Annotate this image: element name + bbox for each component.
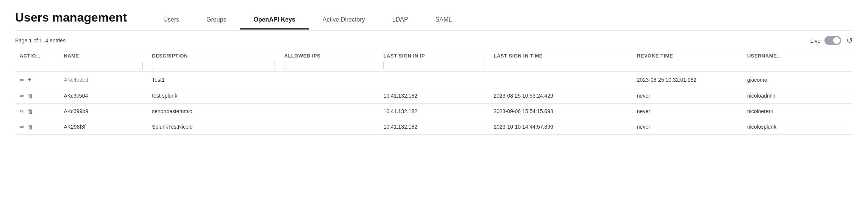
cell-name-0: AKc4bded: [59, 72, 147, 88]
page-info-text2: of: [32, 37, 39, 44]
cell-username-1: nicoloadmin: [743, 88, 853, 104]
live-section: Live ↺: [810, 36, 853, 45]
col-header-allowed-ips: ALLOWED IPS: [279, 49, 379, 72]
page-info-text: Page: [15, 37, 29, 44]
cell-last-sign-in-time-2: 2023-09-06 15:54:15.698: [489, 104, 632, 119]
cell-last-sign-in-time-3: 2023-10-10 14:44:57.896: [489, 119, 632, 135]
cell-desc-0: Test1: [147, 72, 279, 88]
col-header-desc: DESCRIPTION: [147, 49, 279, 72]
tab-ldap[interactable]: LDAP: [379, 12, 422, 30]
cell-username-3: nicolosplunk: [743, 119, 853, 135]
cell-revoke-time-0: 2023-08-25 10:32:01.082: [632, 72, 743, 88]
api-keys-table: ACTIO... NAME DESCRIPTION ALLOWED IPS LA…: [15, 49, 853, 135]
col-label-allowed-ips: ALLOWED IPS: [284, 53, 320, 59]
trash-icon-1[interactable]: 🗑: [28, 93, 33, 99]
row-name-3: AK298f3f: [64, 124, 86, 130]
edit-icon-1[interactable]: ✏: [20, 93, 25, 99]
refresh-icon[interactable]: ↺: [846, 36, 853, 45]
page-title: Users management: [15, 11, 127, 30]
col-label-username: USERNAME...: [747, 53, 782, 59]
cell-name-1: AKc9c504: [59, 88, 147, 104]
cell-last-sign-in-time-0: [489, 72, 632, 88]
cell-action-0: ✏+: [15, 72, 59, 88]
col-header-action: ACTIO...: [15, 49, 59, 72]
col-label-last-sign-in-time: LAST SIGN IN TIME: [493, 53, 542, 59]
table-header-row: ACTIO... NAME DESCRIPTION ALLOWED IPS LA…: [15, 49, 853, 72]
action-icons-0: ✏+: [20, 76, 55, 83]
add-icon-0[interactable]: +: [28, 76, 31, 83]
edit-icon-0[interactable]: ✏: [20, 77, 25, 83]
cell-desc-1: test splunk: [147, 88, 279, 104]
edit-icon-3[interactable]: ✏: [20, 124, 25, 130]
cell-allowed-ips-0: [279, 72, 379, 88]
cell-revoke-time-3: never: [632, 119, 743, 135]
action-icons-2: ✏🗑: [20, 109, 55, 114]
page-bold2: 1: [39, 37, 42, 44]
header-row: Users management Users Groups OpenAPI Ke…: [15, 11, 853, 31]
cell-desc-3: SplunkTestNicolo: [147, 119, 279, 135]
col-label-last-sign-in-ip: LAST SIGN IN IP: [383, 53, 425, 59]
toggle-knob: [833, 37, 840, 44]
row-name-1: AKc9c504: [64, 93, 88, 99]
edit-icon-2[interactable]: ✏: [20, 109, 25, 114]
table-row: ✏🗑AK298f3fSplunkTestNicolo10.41.132.1822…: [15, 119, 853, 135]
page-info: Page 1 of 1, 4 entries: [15, 37, 66, 44]
tab-saml[interactable]: SAML: [422, 12, 466, 30]
action-icons-1: ✏🗑: [20, 93, 55, 99]
col-label-revoke-time: REVOKE TIME: [637, 53, 673, 59]
col-header-last-sign-in-ip: LAST SIGN IN IP: [379, 49, 489, 72]
cell-desc-2: senonbestemmio: [147, 104, 279, 119]
filter-desc[interactable]: [152, 61, 275, 70]
trash-icon-3[interactable]: 🗑: [28, 124, 33, 130]
live-label: Live: [810, 37, 821, 44]
table-row: ✏🗑AKc699b9senonbestemmio10.41.132.182202…: [15, 104, 853, 119]
tab-openapi-keys[interactable]: OpenAPI Keys: [240, 12, 309, 30]
cell-allowed-ips-1: [279, 88, 379, 104]
col-label-name: NAME: [64, 53, 79, 59]
cell-action-1: ✏🗑: [15, 88, 59, 104]
table-row: ✏+AKc4bdedTest12023-08-25 10:32:01.082gi…: [15, 72, 853, 88]
col-label-action: ACTIO...: [20, 53, 41, 59]
tab-users[interactable]: Users: [150, 12, 193, 30]
live-toggle[interactable]: [824, 36, 841, 45]
cell-revoke-time-2: never: [632, 104, 743, 119]
cell-username-0: giacomo: [743, 72, 853, 88]
cell-last-sign-in-ip-0: [379, 72, 489, 88]
cell-name-2: AKc699b9: [59, 104, 147, 119]
cell-last-sign-in-time-1: 2023-08-25 10:53:24.429: [489, 88, 632, 104]
filter-name[interactable]: [64, 61, 143, 70]
cell-username-2: nicoloereni: [743, 104, 853, 119]
col-header-username: USERNAME...: [743, 49, 853, 72]
cell-revoke-time-1: never: [632, 88, 743, 104]
page-info-text3: , 4 entries: [42, 37, 66, 44]
trash-icon-2[interactable]: 🗑: [28, 109, 33, 114]
filter-last-sign-in-ip[interactable]: [383, 61, 484, 70]
filter-allowed-ips[interactable]: [284, 61, 374, 70]
tab-active-directory[interactable]: Active Directory: [309, 12, 379, 30]
row-name-0: AKc4bded: [64, 77, 88, 83]
cell-allowed-ips-3: [279, 119, 379, 135]
col-header-last-sign-in-time: LAST SIGN IN TIME: [489, 49, 632, 72]
table-body: ✏+AKc4bdedTest12023-08-25 10:32:01.082gi…: [15, 72, 853, 135]
cell-action-2: ✏🗑: [15, 104, 59, 119]
cell-last-sign-in-ip-3: 10.41.132.182: [379, 119, 489, 135]
col-header-name: NAME: [59, 49, 147, 72]
tabs-nav: Users Groups OpenAPI Keys Active Directo…: [150, 12, 853, 29]
cell-name-3: AK298f3f: [59, 119, 147, 135]
col-label-desc: DESCRIPTION: [152, 53, 188, 59]
page-wrapper: Users management Users Groups OpenAPI Ke…: [0, 0, 868, 224]
tab-groups[interactable]: Groups: [193, 12, 240, 30]
cell-allowed-ips-2: [279, 104, 379, 119]
col-header-revoke-time: REVOKE TIME: [632, 49, 743, 72]
action-icons-3: ✏🗑: [20, 124, 55, 130]
cell-action-3: ✏🗑: [15, 119, 59, 135]
cell-last-sign-in-ip-1: 10.41.132.182: [379, 88, 489, 104]
subheader: Page 1 of 1, 4 entries Live ↺: [15, 31, 853, 49]
table-row: ✏🗑AKc9c504test splunk10.41.132.1822023-0…: [15, 88, 853, 104]
cell-last-sign-in-ip-2: 10.41.132.182: [379, 104, 489, 119]
row-name-2: AKc699b9: [64, 108, 88, 114]
